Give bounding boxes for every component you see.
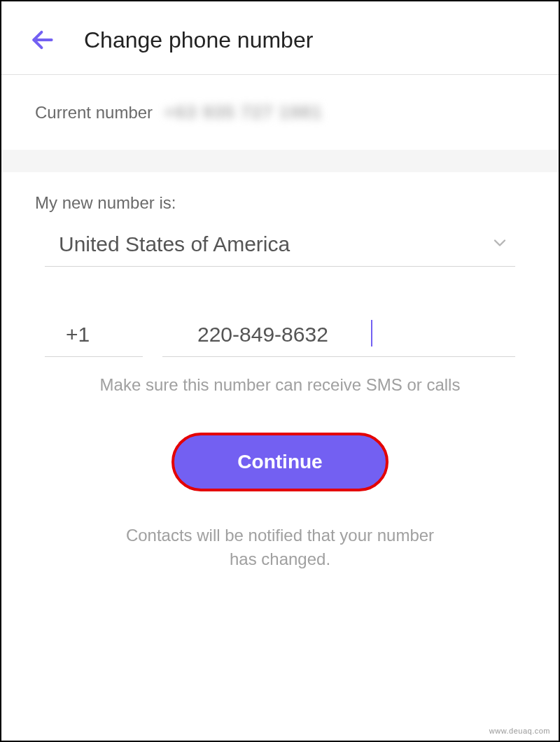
dial-code-input[interactable] bbox=[45, 323, 143, 357]
sms-hint-text: Make sure this number can receive SMS or… bbox=[35, 375, 525, 395]
continue-button[interactable]: Continue bbox=[172, 433, 388, 491]
notify-contacts-text: Contacts will be notified that your numb… bbox=[35, 524, 525, 570]
current-number-value: +63 935 727 1981 bbox=[164, 102, 322, 123]
back-arrow-icon[interactable] bbox=[29, 27, 56, 53]
watermark-text: www.deuaq.com bbox=[489, 727, 550, 735]
new-number-section: My new number is: United States of Ameri… bbox=[1, 172, 559, 570]
current-number-section: Current number +63 935 727 1981 bbox=[1, 75, 559, 150]
phone-number-field-wrap bbox=[162, 323, 515, 357]
section-divider bbox=[1, 150, 559, 172]
text-cursor bbox=[371, 320, 372, 346]
chevron-down-icon bbox=[490, 233, 510, 255]
page-title: Change phone number bbox=[84, 27, 313, 53]
phone-number-input[interactable] bbox=[162, 323, 515, 356]
new-number-label: My new number is: bbox=[35, 193, 525, 213]
current-number-label: Current number bbox=[35, 103, 153, 122]
phone-input-row bbox=[35, 323, 525, 357]
header-bar: Change phone number bbox=[1, 1, 559, 75]
country-name: United States of America bbox=[59, 232, 290, 256]
country-selector[interactable]: United States of America bbox=[45, 232, 515, 267]
